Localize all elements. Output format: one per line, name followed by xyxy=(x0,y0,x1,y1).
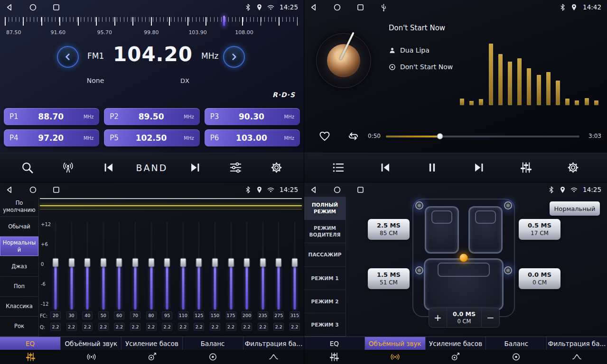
nav-back-icon[interactable] xyxy=(6,3,14,11)
bass-boost-tab-icon[interactable] xyxy=(425,350,486,364)
nav-recents-icon[interactable] xyxy=(356,3,364,11)
tune-up-button[interactable] xyxy=(223,46,245,68)
eq-preset-jazz[interactable]: Джаз xyxy=(0,256,38,276)
front-right-delay-button[interactable]: 0.5 MS 17 CM xyxy=(519,219,560,240)
eq-band-knob[interactable] xyxy=(84,258,91,267)
eq-band-slider[interactable] xyxy=(273,220,284,310)
delay-decrease-button[interactable]: − xyxy=(481,308,499,327)
eq-band-slider[interactable] xyxy=(162,220,172,310)
eq-band-slider[interactable] xyxy=(50,220,61,310)
front-left-delay-button[interactable]: 2.5 MS 85 CM xyxy=(368,219,410,240)
surround-tab-icon[interactable] xyxy=(61,350,121,364)
mode-driver[interactable]: РЕЖИМ ВОДИТЕЛЯ xyxy=(304,220,346,243)
eq-band-knob[interactable] xyxy=(100,258,106,267)
eq-band-knob[interactable] xyxy=(196,258,202,267)
preset-p2[interactable]: P2 89.50 MHz xyxy=(104,108,199,125)
eq-band-slider[interactable] xyxy=(98,220,109,310)
rear-right-delay-button[interactable]: 0.0 MS 0 CM xyxy=(519,268,560,289)
mode-2[interactable]: РЕЖИМ 2 xyxy=(304,290,346,313)
nav-recents-icon[interactable] xyxy=(356,186,364,194)
settings-button[interactable] xyxy=(560,157,587,179)
filter-tab-icon[interactable] xyxy=(546,350,607,364)
tab-filter[interactable]: Фильтрация ба... xyxy=(243,337,304,350)
tab-filter[interactable]: Фильтрация ба... xyxy=(547,337,607,350)
nav-back-icon[interactable] xyxy=(310,186,318,194)
favorite-button[interactable] xyxy=(318,130,331,142)
eq-band-knob[interactable] xyxy=(53,258,59,267)
eq-band-slider[interactable] xyxy=(114,220,124,310)
tab-eq[interactable]: EQ xyxy=(304,337,365,350)
eq-band-knob[interactable] xyxy=(68,258,75,267)
tab-eq[interactable]: EQ xyxy=(0,337,61,350)
eq-band-slider[interactable] xyxy=(146,220,157,310)
surround-tab-icon[interactable] xyxy=(365,350,426,364)
band-button[interactable]: BAND xyxy=(136,157,168,179)
nav-back-icon[interactable] xyxy=(6,186,14,194)
eq-band-knob[interactable] xyxy=(212,258,218,267)
eq-tab-icon[interactable] xyxy=(0,350,61,364)
nav-home-icon[interactable] xyxy=(333,186,341,194)
search-button[interactable] xyxy=(14,157,41,179)
listening-position-marker[interactable] xyxy=(460,254,468,262)
eq-band-slider[interactable] xyxy=(82,220,93,310)
balance-tab-icon[interactable] xyxy=(486,350,547,364)
tab-balance[interactable]: Баланс xyxy=(183,337,243,350)
tab-balance[interactable]: Баланс xyxy=(486,337,547,350)
next-track-button[interactable] xyxy=(466,157,493,179)
filter-tab-icon[interactable] xyxy=(243,350,304,364)
previous-station-button[interactable] xyxy=(95,157,122,179)
tab-surround[interactable]: Объёмный звук xyxy=(61,337,121,350)
eq-band-slider[interactable] xyxy=(210,220,220,310)
eq-band-knob[interactable] xyxy=(116,258,122,267)
eq-band-knob[interactable] xyxy=(276,258,282,267)
preset-p1[interactable]: P1 88.70 MHz xyxy=(4,108,99,125)
tab-bass-boost[interactable]: Усиление басов xyxy=(121,337,182,350)
mode-3[interactable]: РЕЖИМ 3 xyxy=(304,313,346,337)
eq-band-knob[interactable] xyxy=(164,258,170,267)
audio-settings-button[interactable] xyxy=(223,157,249,179)
eq-band-slider[interactable] xyxy=(226,220,236,310)
eq-preset-custom[interactable]: Обычай xyxy=(0,217,38,237)
eq-band-slider[interactable] xyxy=(130,220,140,310)
pause-button[interactable] xyxy=(419,157,445,179)
eq-tab-icon[interactable] xyxy=(304,350,365,364)
seek-bar[interactable] xyxy=(386,136,579,137)
eq-band-knob[interactable] xyxy=(291,258,298,267)
eq-preset-normal[interactable]: Нормальный xyxy=(0,237,38,256)
delay-increase-button[interactable]: + xyxy=(429,308,447,327)
nav-recents-icon[interactable] xyxy=(52,3,60,11)
nav-home-icon[interactable] xyxy=(29,3,37,11)
rear-left-delay-button[interactable]: 1.5 MS 51 CM xyxy=(368,268,410,289)
playlist-button[interactable] xyxy=(325,157,351,179)
eq-band-slider[interactable] xyxy=(289,220,300,310)
nav-recents-icon[interactable] xyxy=(52,186,60,194)
preset-p3[interactable]: P3 90.30 MHz xyxy=(205,108,300,125)
eq-preset-pop[interactable]: Поп xyxy=(0,277,38,297)
eq-band-slider[interactable] xyxy=(242,220,252,310)
tuning-scale[interactable]: 87.50 91.60 95.70 99.80 103.90 108.00 xyxy=(0,16,304,39)
balance-tab-icon[interactable] xyxy=(182,350,243,364)
repeat-button[interactable] xyxy=(347,130,360,143)
next-station-button[interactable] xyxy=(182,157,208,179)
equalizer-button[interactable] xyxy=(513,157,540,179)
tune-down-button[interactable] xyxy=(57,46,79,68)
mode-full[interactable]: ПОЛНЫЙ РЕЖИМ xyxy=(304,197,346,220)
eq-band-knob[interactable] xyxy=(228,258,234,267)
preset-p6[interactable]: P6 103.00 MHz xyxy=(205,129,300,146)
settings-button[interactable] xyxy=(263,157,289,179)
eq-preset-rock[interactable]: Рок xyxy=(0,317,38,337)
sound-preset-button[interactable]: Нормальный xyxy=(550,201,600,216)
eq-band-slider[interactable] xyxy=(178,220,188,310)
eq-preset-default[interactable]: По умолчанию xyxy=(0,197,38,217)
eq-band-knob[interactable] xyxy=(132,258,138,267)
preset-p5[interactable]: P5 102.50 MHz xyxy=(104,129,199,146)
eq-band-knob[interactable] xyxy=(180,258,186,267)
eq-band-knob[interactable] xyxy=(260,258,266,267)
eq-preset-classic[interactable]: Классика xyxy=(0,297,38,317)
mode-passenger[interactable]: ПАССАЖИР xyxy=(304,243,346,266)
tab-bass-boost[interactable]: Усиление басов xyxy=(426,337,486,350)
mode-1[interactable]: РЕЖИМ 1 xyxy=(304,267,346,290)
eq-band-slider[interactable] xyxy=(258,220,268,310)
nav-home-icon[interactable] xyxy=(29,186,37,194)
preset-p4[interactable]: P4 97.20 MHz xyxy=(4,129,99,146)
